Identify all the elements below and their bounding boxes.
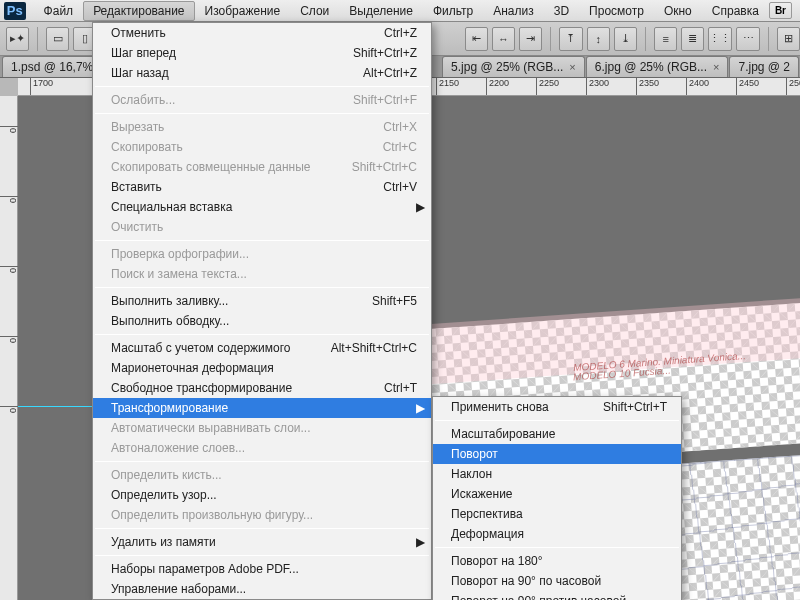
menu-item: Проверка орфографии... <box>93 244 431 264</box>
menu-item[interactable]: Поворот <box>433 444 681 464</box>
menu-item[interactable]: Применить сноваShift+Ctrl+T <box>433 397 681 417</box>
menu-separator <box>435 420 679 421</box>
menu-edit[interactable]: Редактирование <box>83 1 194 21</box>
ruler-tick: 2500 <box>786 78 800 96</box>
menu-item-label: Скопировать совмещенные данные <box>111 160 311 174</box>
close-icon[interactable]: × <box>569 61 575 73</box>
menu-item[interactable]: Специальная вставка▶ <box>93 197 431 217</box>
menu-shortcut: Ctrl+Z <box>384 26 417 40</box>
distribute-3-icon[interactable]: ⋮⋮ <box>708 27 732 51</box>
menu-shortcut: Alt+Shift+Ctrl+C <box>331 341 417 355</box>
menu-separator <box>95 287 429 288</box>
menu-item-label: Определить произвольную фигуру... <box>111 508 313 522</box>
menu-item: Скопировать совмещенные данныеShift+Ctrl… <box>93 157 431 177</box>
distribute-1-icon[interactable]: ≡ <box>654 27 677 51</box>
menu-item[interactable]: Поворот на 90° против часовой <box>433 591 681 600</box>
menu-item[interactable]: Управление наборами... <box>93 579 431 599</box>
document-tab[interactable]: 6.jpg @ 25% (RGB...× <box>586 56 729 77</box>
document-tab[interactable]: 7.jpg @ 2 <box>729 56 799 77</box>
menu-shortcut: Shift+Ctrl+T <box>603 400 667 414</box>
menu-item[interactable]: Деформация <box>433 524 681 544</box>
menu-item-label: Масштабирование <box>451 427 555 441</box>
ruler-tick: 2300 <box>586 78 609 96</box>
menu-item[interactable]: Искажение <box>433 484 681 504</box>
menu-item[interactable]: Выполнить обводку... <box>93 311 431 331</box>
align-left-icon[interactable]: ⇤ <box>465 27 488 51</box>
menu-layers[interactable]: Слои <box>290 1 339 21</box>
menu-item[interactable]: Выполнить заливку...Shift+F5 <box>93 291 431 311</box>
menu-item-label: Специальная вставка <box>111 200 232 214</box>
menu-separator <box>95 113 429 114</box>
menu-item-label: Поиск и замена текста... <box>111 267 247 281</box>
document-tab[interactable]: 5.jpg @ 25% (RGB...× <box>442 56 585 77</box>
menu-item[interactable]: Масштаб с учетом содержимогоAlt+Shift+Ct… <box>93 338 431 358</box>
menu-item[interactable]: Масштабирование <box>433 424 681 444</box>
menu-item[interactable]: Шаг впередShift+Ctrl+Z <box>93 43 431 63</box>
ruler-tick: 0 <box>0 406 18 413</box>
menu-item-label: Выполнить заливку... <box>111 294 228 308</box>
menu-item-label: Шаг вперед <box>111 46 176 60</box>
menu-filter[interactable]: Фильтр <box>423 1 483 21</box>
menu-item-label: Искажение <box>451 487 513 501</box>
ruler-tick: 2150 <box>436 78 459 96</box>
tool-option-1[interactable]: ▭ <box>46 27 69 51</box>
menu-item-label: Вырезать <box>111 120 164 134</box>
move-tool-icon[interactable]: ▸✦ <box>6 27 29 51</box>
menu-item-label: Ослабить... <box>111 93 175 107</box>
menu-item-label: Определить узор... <box>111 488 217 502</box>
menu-item[interactable]: Наклон <box>433 464 681 484</box>
menu-item-label: Автоматически выравнивать слои... <box>111 421 311 435</box>
menu-item-label: Определить кисть... <box>111 468 222 482</box>
menu-item-label: Удалить из памяти <box>111 535 216 549</box>
menu-separator <box>95 528 429 529</box>
menu-analysis[interactable]: Анализ <box>483 1 544 21</box>
menu-item[interactable]: Поворот на 180° <box>433 551 681 571</box>
menu-window[interactable]: Окно <box>654 1 702 21</box>
menu-item: Автоналожение слоев... <box>93 438 431 458</box>
distribute-2-icon[interactable]: ≣ <box>681 27 704 51</box>
menu-view[interactable]: Просмотр <box>579 1 654 21</box>
edit-menu-dropdown: ОтменитьCtrl+ZШаг впередShift+Ctrl+ZШаг … <box>92 22 432 600</box>
ruler-tick: 0 <box>0 336 18 343</box>
align-center-h-icon[interactable]: ↔ <box>492 27 515 51</box>
auto-align-icon[interactable]: ⊞ <box>777 27 800 51</box>
menu-help[interactable]: Справка <box>702 1 769 21</box>
menu-item-label: Поворот на 90° по часовой <box>451 574 601 588</box>
menu-shortcut: Ctrl+C <box>383 140 417 154</box>
menu-item[interactable]: Определить узор... <box>93 485 431 505</box>
ruler-tick: 2450 <box>736 78 759 96</box>
close-icon[interactable]: × <box>713 61 719 73</box>
menu-3d[interactable]: 3D <box>544 1 579 21</box>
menu-item-label: Трансформирование <box>111 401 228 415</box>
menu-item[interactable]: Поворот на 90° по часовой <box>433 571 681 591</box>
menu-item[interactable]: ВставитьCtrl+V <box>93 177 431 197</box>
menu-file[interactable]: Файл <box>34 1 84 21</box>
menu-item-label: Марионеточная деформация <box>111 361 274 375</box>
menu-separator <box>95 334 429 335</box>
menu-item: ВырезатьCtrl+X <box>93 117 431 137</box>
bridge-button[interactable]: Br <box>769 2 792 19</box>
align-bottom-icon[interactable]: ⤓ <box>614 27 637 51</box>
align-top-icon[interactable]: ⤒ <box>559 27 582 51</box>
menu-item[interactable]: Наборы параметров Adobe PDF... <box>93 559 431 579</box>
menu-select[interactable]: Выделение <box>339 1 423 21</box>
align-center-v-icon[interactable]: ↕ <box>587 27 610 51</box>
menu-item[interactable]: Марионеточная деформация <box>93 358 431 378</box>
menu-item[interactable]: Трансформирование▶ <box>93 398 431 418</box>
menu-item[interactable]: Шаг назадAlt+Ctrl+Z <box>93 63 431 83</box>
menu-image[interactable]: Изображение <box>195 1 291 21</box>
menu-item-label: Очистить <box>111 220 163 234</box>
document-tab[interactable]: 1.psd @ 16,7% <box>2 56 102 77</box>
distribute-4-icon[interactable]: ⋯ <box>736 27 759 51</box>
tab-label: 5.jpg @ 25% (RGB... <box>451 60 563 74</box>
menu-item[interactable]: ОтменитьCtrl+Z <box>93 23 431 43</box>
align-right-icon[interactable]: ⇥ <box>519 27 542 51</box>
menu-item: Ослабить...Shift+Ctrl+F <box>93 90 431 110</box>
menu-item-label: Перспектива <box>451 507 523 521</box>
menu-item-label: Деформация <box>451 527 524 541</box>
menu-item[interactable]: Удалить из памяти▶ <box>93 532 431 552</box>
menu-item[interactable]: Свободное трансформированиеCtrl+T <box>93 378 431 398</box>
menu-item-label: Наборы параметров Adobe PDF... <box>111 562 299 576</box>
menu-item-label: Шаг назад <box>111 66 169 80</box>
menu-item[interactable]: Перспектива <box>433 504 681 524</box>
